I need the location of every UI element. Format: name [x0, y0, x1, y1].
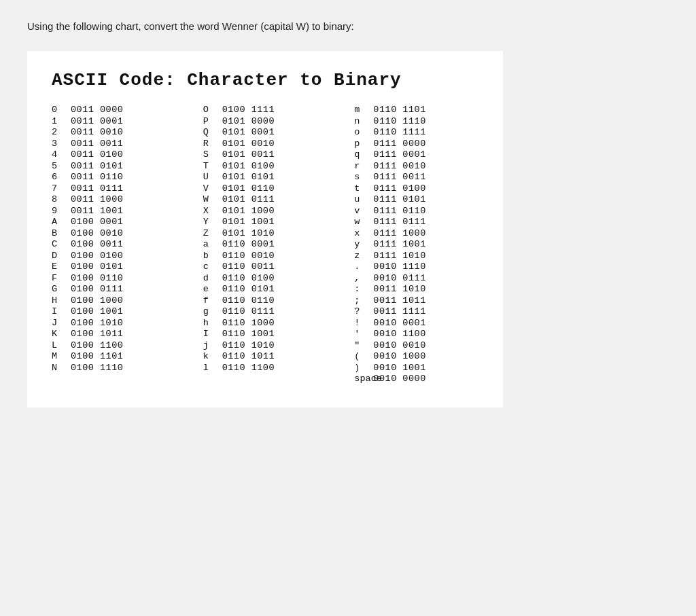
ascii-row: .0010 1110	[354, 262, 478, 272]
binary-cell: 0111 0110	[373, 206, 441, 216]
ascii-row: m0110 1101	[354, 105, 478, 115]
ascii-row: D0100 0100	[52, 251, 176, 261]
binary-cell: 0010 1001	[373, 363, 441, 373]
ascii-row: O0100 1111	[203, 105, 328, 115]
char-cell: a	[203, 240, 222, 249]
binary-cell: 0100 0110	[71, 274, 139, 283]
ascii-row: c0110 0011	[203, 262, 328, 272]
binary-cell: 0101 0000	[222, 117, 290, 126]
binary-cell: 0011 1111	[373, 307, 441, 316]
ascii-row: "0010 0010	[354, 341, 478, 350]
ascii-row: H0100 1000	[52, 296, 176, 306]
ascii-row: h0110 1000	[203, 319, 328, 328]
binary-cell: 0100 0111	[71, 285, 139, 294]
char-cell: o	[354, 128, 373, 137]
ascii-row: v0111 0110	[354, 206, 478, 216]
binary-cell: 0111 1001	[373, 240, 441, 249]
ascii-row: 90011 1001	[52, 206, 176, 216]
ascii-row: K0100 1011	[52, 329, 176, 339]
char-cell: h	[203, 319, 222, 328]
char-cell: L	[52, 341, 71, 350]
ascii-row: U0101 0101	[203, 173, 328, 182]
binary-cell: 0011 0110	[71, 173, 139, 182]
binary-cell: 0110 1000	[222, 319, 290, 328]
ascii-row: C0100 0011	[52, 240, 176, 249]
binary-cell: 0111 1000	[373, 229, 441, 238]
ascii-row: f0110 0110	[203, 296, 328, 306]
ascii-row: G0100 0111	[52, 285, 176, 294]
char-cell: 4	[52, 150, 71, 160]
ascii-row: ,0010 0111	[354, 274, 478, 283]
ascii-row: t0111 0100	[354, 184, 478, 194]
char-cell: P	[203, 117, 222, 126]
ascii-row: 80011 1000	[52, 195, 176, 204]
binary-cell: 0010 0010	[373, 341, 441, 350]
binary-cell: 0110 0111	[222, 307, 290, 316]
ascii-row: L0100 1100	[52, 341, 176, 350]
char-cell: A	[52, 217, 71, 227]
char-cell: r	[354, 162, 373, 171]
ascii-title: ASCII Code: Character to Binary	[52, 70, 478, 90]
binary-cell: 0111 0011	[373, 173, 441, 182]
ascii-row: space0010 0000	[354, 374, 478, 384]
binary-cell: 0101 0110	[222, 184, 290, 194]
char-cell: I	[203, 329, 222, 339]
binary-cell: 0110 1100	[222, 363, 290, 373]
binary-cell: 0111 0000	[373, 139, 441, 149]
char-cell: v	[354, 206, 373, 216]
binary-cell: 0011 0011	[71, 139, 139, 149]
binary-cell: 0110 1010	[222, 341, 290, 350]
ascii-row: g0110 0111	[203, 307, 328, 316]
ascii-col-0: 00011 000010011 000120011 001030011 0011…	[52, 105, 176, 386]
binary-cell: 0010 0000	[373, 374, 441, 384]
char-cell: ;	[354, 296, 373, 306]
char-cell: 9	[52, 206, 71, 216]
binary-cell: 0111 1010	[373, 251, 441, 261]
char-cell: :	[354, 285, 373, 294]
char-cell: M	[52, 352, 71, 361]
char-cell: ,	[354, 274, 373, 283]
binary-cell: 0101 0111	[222, 195, 290, 204]
char-cell: G	[52, 285, 71, 294]
ascii-row: :0011 1010	[354, 285, 478, 294]
char-cell: .	[354, 262, 373, 272]
char-cell: s	[354, 173, 373, 182]
ascii-row: e0110 0101	[203, 285, 328, 294]
ascii-row: I0100 1001	[52, 307, 176, 316]
ascii-row: E0100 0101	[52, 262, 176, 272]
ascii-row: T0101 0100	[203, 162, 328, 171]
ascii-row: w0111 0111	[354, 217, 478, 227]
ascii-row: '0010 1100	[354, 329, 478, 339]
char-cell: N	[52, 363, 71, 373]
binary-cell: 0011 0000	[71, 105, 139, 115]
binary-cell: 0100 0101	[71, 262, 139, 272]
ascii-row: S0101 0011	[203, 150, 328, 160]
char-cell: u	[354, 195, 373, 204]
ascii-row: 40011 0100	[52, 150, 176, 160]
char-cell: n	[354, 117, 373, 126]
ascii-row: n0110 1110	[354, 117, 478, 126]
char-cell: 0	[52, 105, 71, 115]
binary-cell: 0110 1111	[373, 128, 441, 137]
char-cell: C	[52, 240, 71, 249]
binary-cell: 0100 1011	[71, 329, 139, 339]
ascii-row: 20011 0010	[52, 128, 176, 137]
char-cell: V	[203, 184, 222, 194]
binary-cell: 0100 0001	[71, 217, 139, 227]
ascii-row: I0110 1001	[203, 329, 328, 339]
ascii-row: o0110 1111	[354, 128, 478, 137]
char-cell: z	[354, 251, 373, 261]
ascii-row: 60011 0110	[52, 173, 176, 182]
ascii-row: (0010 1000	[354, 352, 478, 361]
binary-cell: 0011 1011	[373, 296, 441, 306]
ascii-row: M0100 1101	[52, 352, 176, 361]
ascii-row: ?0011 1111	[354, 307, 478, 316]
ascii-row: x0111 1000	[354, 229, 478, 238]
binary-cell: 0011 0010	[71, 128, 139, 137]
char-cell: m	[354, 105, 373, 115]
ascii-row: q0111 0001	[354, 150, 478, 160]
ascii-row: z0111 1010	[354, 251, 478, 261]
ascii-row: p0111 0000	[354, 139, 478, 149]
char-cell: Q	[203, 128, 222, 137]
binary-cell: 0101 0100	[222, 162, 290, 171]
